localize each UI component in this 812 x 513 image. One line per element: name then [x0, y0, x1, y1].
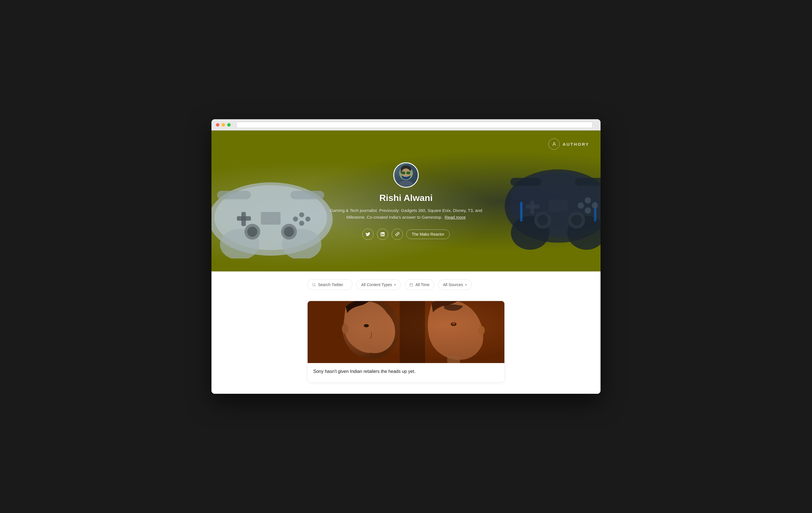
cards-section: Sony hasn't given Indian retailers the h… — [211, 298, 601, 383]
svg-rect-59 — [400, 301, 425, 363]
content-area: Search Twitter All Content Types ▾ All T… — [211, 271, 601, 394]
link-icon — [395, 232, 400, 236]
controller-right-illustration — [499, 152, 601, 254]
svg-rect-5 — [290, 191, 324, 199]
svg-rect-21 — [520, 202, 522, 221]
address-bar[interactable] — [236, 122, 593, 128]
authory-brand-name: AUTHORY — [562, 142, 589, 147]
avatar-image — [394, 163, 418, 187]
svg-point-10 — [293, 216, 298, 221]
chevron-down-icon: ▾ — [394, 283, 396, 286]
sources-filter-label: All Sources — [443, 282, 463, 287]
svg-point-30 — [538, 215, 548, 225]
hero-content: Rishi Alwani Gaming & Tech journalist. P… — [324, 162, 488, 240]
svg-point-15 — [284, 227, 294, 237]
svg-rect-16 — [261, 212, 281, 225]
minimize-dot[interactable] — [222, 123, 225, 126]
time-filter[interactable]: All Time — [405, 279, 434, 290]
svg-point-9 — [306, 216, 311, 221]
svg-rect-46 — [410, 283, 413, 286]
sources-filter[interactable]: All Sources ▾ — [438, 279, 472, 290]
author-name: Rishi Alwani — [379, 193, 433, 203]
filter-bar: Search Twitter All Content Types ▾ All T… — [211, 271, 601, 298]
read-more-link[interactable]: Read more — [445, 215, 465, 219]
mako-reactor-button[interactable]: The Mako Reactor — [406, 230, 450, 239]
svg-rect-40 — [402, 171, 405, 174]
article-title: Sony hasn't given Indian retailers the h… — [313, 368, 499, 375]
svg-rect-41 — [407, 171, 410, 174]
article-card[interactable]: Sony hasn't given Indian retailers the h… — [307, 301, 505, 383]
svg-rect-7 — [241, 212, 246, 226]
hero-section: A AUTHORY — [211, 130, 601, 271]
time-filter-label: All Time — [415, 282, 429, 287]
link-social-button[interactable] — [392, 229, 403, 240]
svg-point-28 — [585, 207, 591, 214]
calendar-icon — [409, 283, 413, 286]
browser-window: A AUTHORY — [211, 119, 601, 394]
svg-point-25 — [585, 197, 591, 204]
svg-rect-35 — [548, 200, 568, 211]
controller-left-illustration — [211, 163, 341, 259]
svg-point-13 — [247, 227, 257, 237]
article-image-svg — [308, 301, 504, 363]
twitter-social-button[interactable] — [362, 229, 374, 240]
svg-point-8 — [299, 212, 304, 217]
author-bio: Gaming & Tech journalist. Previously: Ga… — [324, 207, 488, 221]
search-twitter-button[interactable]: Search Twitter — [307, 279, 352, 290]
svg-rect-23 — [510, 178, 541, 186]
content-type-filter[interactable]: All Content Types ▾ — [356, 279, 401, 290]
avatar — [393, 162, 419, 188]
search-twitter-label: Search Twitter — [318, 282, 343, 287]
browser-chrome — [211, 119, 601, 130]
svg-point-26 — [592, 202, 598, 209]
linkedin-social-button[interactable] — [377, 229, 388, 240]
svg-rect-24 — [575, 178, 601, 186]
social-links: The Mako Reactor — [362, 229, 450, 240]
svg-line-45 — [315, 285, 315, 286]
maximize-dot[interactable] — [227, 123, 231, 126]
twitter-icon — [366, 232, 370, 236]
svg-point-43 — [399, 180, 413, 187]
linkedin-icon — [381, 232, 384, 236]
search-icon — [312, 283, 316, 286]
svg-rect-34 — [530, 201, 534, 214]
svg-point-11 — [299, 221, 304, 226]
svg-point-27 — [578, 202, 584, 209]
authory-circle-icon: A — [548, 139, 560, 150]
article-image — [308, 301, 504, 363]
chevron-down-sources-icon: ▾ — [465, 283, 467, 286]
authory-logo[interactable]: A AUTHORY — [548, 139, 589, 150]
close-dot[interactable] — [216, 123, 219, 126]
content-type-label: All Content Types — [361, 282, 392, 287]
svg-point-32 — [571, 215, 582, 225]
svg-rect-4 — [217, 191, 251, 199]
article-card-body: Sony hasn't given Indian retailers the h… — [308, 363, 504, 382]
